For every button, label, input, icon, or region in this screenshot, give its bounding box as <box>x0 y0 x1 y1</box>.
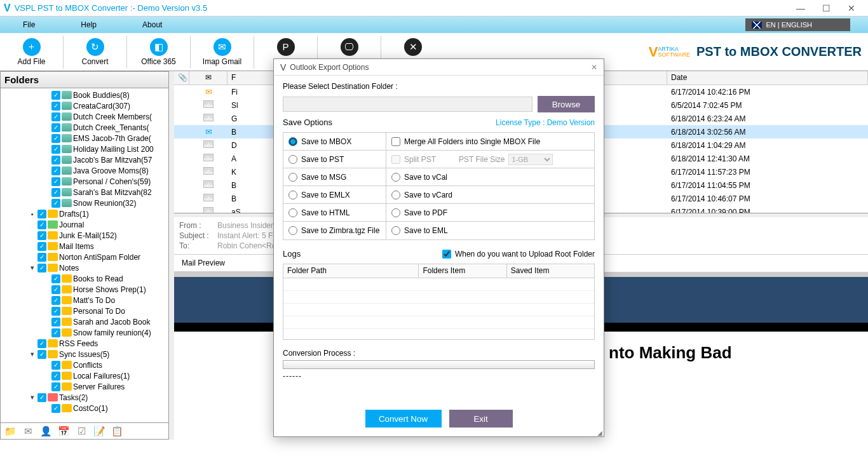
col-status[interactable]: ✉ <box>189 71 227 84</box>
tree-item[interactable]: ✓Junk E-Mail(152) <box>16 230 168 241</box>
tree-item[interactable]: ✓Mail Items <box>16 241 168 252</box>
checkbox-icon[interactable]: ✓ <box>51 156 60 165</box>
checkbox-icon[interactable]: ✓ <box>51 123 60 132</box>
tree-item[interactable]: ▪✓Drafts(1) <box>16 208 168 219</box>
expand-icon[interactable]: ▪ <box>29 210 36 218</box>
col-folder-path[interactable]: Folder Path <box>283 264 419 278</box>
checkbox-icon[interactable]: ✓ <box>37 393 46 402</box>
checkbox-icon[interactable]: ✓ <box>51 328 60 337</box>
tree-item[interactable]: ✓EMS Jacob-7th Grade( <box>16 133 168 144</box>
checkbox-icon[interactable]: ✓ <box>51 188 60 197</box>
checkbox-icon[interactable]: ✓ <box>37 210 46 219</box>
tool-add-file[interactable]: ＋ Add File <box>0 36 64 69</box>
checkbox-icon[interactable]: ✓ <box>51 274 60 283</box>
tool-office365[interactable]: ◧ Office 365 <box>127 36 191 69</box>
journal-icon[interactable]: 📋 <box>110 425 124 438</box>
tree-item[interactable]: ✓Local Failures(1) <box>16 370 168 381</box>
tree-item[interactable]: ✓Horse Shows Prep(1) <box>16 284 168 295</box>
maximize-button[interactable]: ☐ <box>813 1 839 16</box>
minimize-button[interactable]: — <box>788 1 813 16</box>
col-saved-item[interactable]: Saved Item <box>507 264 594 278</box>
menu-about[interactable]: About <box>119 17 185 33</box>
collapse-icon[interactable]: ▾ <box>29 264 36 272</box>
checkbox-icon[interactable]: ✓ <box>37 253 46 262</box>
tree-item[interactable]: ▾✓Notes <box>16 262 168 273</box>
checkbox-icon[interactable]: ✓ <box>51 361 60 370</box>
tree-item[interactable]: ✓Conflicts <box>16 360 168 370</box>
tree-item[interactable]: ✓Matt's To Do <box>16 295 168 306</box>
checkbox-icon[interactable]: ✓ <box>51 199 60 208</box>
tree-item[interactable]: ✓Norton AntiSpam Folder <box>16 252 168 262</box>
tree-item[interactable]: ✓Dutch Creek_Tenants( <box>16 122 168 133</box>
close-button[interactable]: ✕ <box>839 1 864 16</box>
collapse-icon[interactable]: ▾ <box>29 393 36 401</box>
checkbox-icon[interactable]: ✓ <box>51 285 60 294</box>
mail-filter-icon[interactable]: ✉ <box>21 425 35 438</box>
radio-eml[interactable] <box>391 226 400 235</box>
destination-input[interactable] <box>283 97 532 112</box>
checkbox-icon[interactable]: ✓ <box>37 264 46 273</box>
browse-button[interactable]: Browse <box>538 96 595 112</box>
radio-vcard[interactable] <box>391 191 400 199</box>
dialog-close-icon[interactable]: ✕ <box>591 63 597 72</box>
language-selector[interactable]: EN | ENGLISH <box>745 18 850 31</box>
checkbox-icon[interactable]: ✓ <box>51 382 60 391</box>
tree-item[interactable]: ✓Personal / Cohen's(59) <box>16 176 168 187</box>
menu-file[interactable]: File <box>0 17 58 33</box>
tool-imap-gmail[interactable]: ✉ Imap Gmail <box>191 36 254 69</box>
tree-item[interactable]: ✓Snow Reunion(32) <box>16 198 168 208</box>
checkbox-icon[interactable]: ✓ <box>37 242 46 251</box>
tree-item[interactable]: ✓Sarah's Bat Mitzvah(82 <box>16 187 168 198</box>
checkbox-icon[interactable]: ✓ <box>51 318 60 327</box>
tree-item[interactable]: ✓Snow family reunion(4) <box>16 327 168 338</box>
tree-item[interactable]: ✓Java Groove Moms(8) <box>16 165 168 176</box>
folder-add-icon[interactable]: 📁 <box>3 425 17 438</box>
radio-mbox[interactable] <box>288 137 297 146</box>
radio-html[interactable] <box>288 208 297 217</box>
checkbox-icon[interactable]: ✓ <box>37 231 46 240</box>
tree-item[interactable]: ✓Dutch Creek Members( <box>16 111 168 122</box>
radio-vcal[interactable] <box>391 173 400 182</box>
resize-grip-icon[interactable]: ◢ <box>597 431 602 435</box>
vertical-splitter[interactable] <box>169 71 174 440</box>
contacts-icon[interactable]: 👤 <box>39 425 53 438</box>
checkbox-icon[interactable]: ✓ <box>51 296 60 305</box>
tree-item[interactable]: ✓Personal To Do <box>16 306 168 316</box>
checkbox-icon[interactable]: ✓ <box>51 177 60 186</box>
tree-item[interactable]: ✓Holiday Mailing List 200 <box>16 144 168 154</box>
menu-help[interactable]: Help <box>58 17 119 33</box>
checkbox-icon[interactable]: ✓ <box>51 404 60 413</box>
exit-button[interactable]: Exit <box>449 410 513 428</box>
radio-pst[interactable] <box>288 155 297 164</box>
checkbox-icon[interactable]: ✓ <box>51 91 60 100</box>
tree-item[interactable]: ✓RSS Feeds <box>16 338 168 349</box>
calendar-icon[interactable]: 📅 <box>57 425 71 438</box>
tasks-icon[interactable]: ☑ <box>74 425 88 438</box>
checkbox-icon[interactable]: ✓ <box>51 307 60 316</box>
dialog-titlebar[interactable]: VOutlook Export Options ✕ <box>274 59 604 76</box>
checkbox-icon[interactable]: ✓ <box>37 339 46 348</box>
convert-now-button[interactable]: Convert Now <box>365 410 442 428</box>
tree-item[interactable]: ✓CostCo(1) <box>16 403 168 414</box>
checkbox-merge[interactable] <box>391 137 400 146</box>
checkbox-icon[interactable]: ✓ <box>37 220 46 229</box>
notes-icon[interactable]: 📝 <box>92 425 106 438</box>
checkbox-icon[interactable]: ✓ <box>51 112 60 121</box>
tree-item[interactable]: ▾✓Tasks(2) <box>16 392 168 403</box>
tree-item[interactable]: ▾✓Sync Issues(5) <box>16 349 168 360</box>
checkbox-icon[interactable]: ✓ <box>51 134 60 143</box>
col-date[interactable]: Date <box>667 71 868 84</box>
col-attachment[interactable]: 📎 <box>174 71 189 84</box>
checkbox-icon[interactable]: ✓ <box>51 166 60 175</box>
checkbox-upload-root[interactable] <box>442 250 451 259</box>
checkbox-icon[interactable]: ✓ <box>37 350 46 359</box>
radio-emlx[interactable] <box>288 191 297 199</box>
tool-convert[interactable]: ↻ Convert <box>64 36 127 69</box>
tree-item[interactable]: ✓Jacob's Bar Mitzvah(57 <box>16 154 168 165</box>
tree-item[interactable]: ✓Book Buddies(8) <box>16 90 168 100</box>
tree-item[interactable]: ✓Server Failures <box>16 381 168 392</box>
radio-msg[interactable] <box>288 173 297 182</box>
checkbox-icon[interactable]: ✓ <box>51 145 60 154</box>
tree-item[interactable]: ✓CreataCard(307) <box>16 100 168 111</box>
radio-pdf[interactable] <box>391 208 400 217</box>
